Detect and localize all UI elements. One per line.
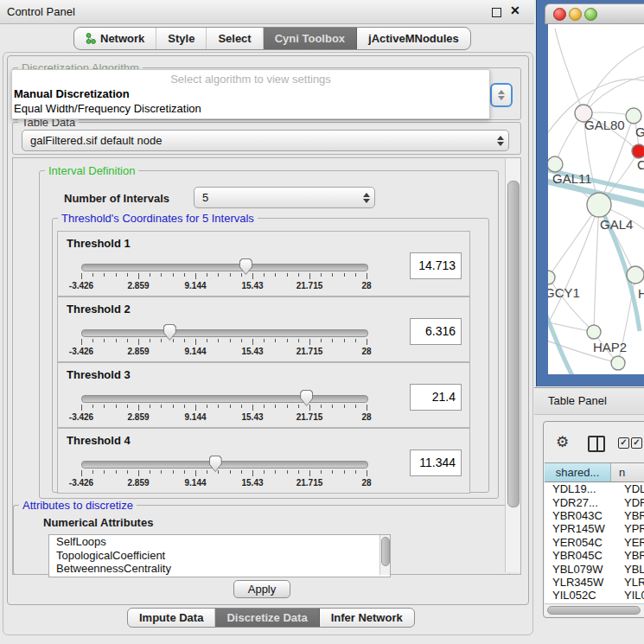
cell-shared-name[interactable]: YDR27...: [545, 496, 618, 509]
threshold-value-field[interactable]: 14.713: [410, 252, 462, 279]
slider-tick: [195, 470, 196, 476]
threshold-slider[interactable]: -3.4262.8599.14415.4321.71528: [81, 324, 367, 360]
table-row[interactable]: YBL079WYBL0: [545, 562, 644, 575]
viewport-scrollbar[interactable]: [505, 158, 520, 572]
table-row[interactable]: YBR045CYBR0: [545, 549, 644, 562]
zoom-traffic-light-icon[interactable]: [584, 8, 597, 21]
network-node-hap2[interactable]: [587, 325, 601, 339]
slider-tick: [116, 273, 117, 277]
threshold-slider[interactable]: -3.4262.8599.14415.4321.71528: [81, 456, 367, 492]
minimize-traffic-light-icon[interactable]: [569, 8, 582, 21]
slider-tick: [195, 405, 196, 411]
attribute-list-item[interactable]: SelfLoops: [49, 535, 390, 549]
threshold-slider[interactable]: -3.4262.8599.14415.4321.71528: [81, 390, 367, 426]
table-row[interactable]: YDL19...YDL1: [545, 482, 644, 495]
tab-impute-data[interactable]: Impute Data: [128, 609, 215, 627]
network-node-ga[interactable]: [626, 108, 641, 124]
attributes-listbox[interactable]: SelfLoopsTopologicalCoefficientBetweenne…: [48, 534, 391, 577]
cell-shared-name[interactable]: YDL19...: [545, 482, 618, 495]
network-graph: GAL80GACGAL11GAL4GCY1HHAP2: [548, 24, 644, 374]
slider-track[interactable]: [81, 395, 368, 403]
attributes-scrollbar[interactable]: [379, 535, 390, 575]
cell-shared-name[interactable]: YIL052C: [545, 589, 618, 602]
network-node-gcy1[interactable]: [548, 271, 555, 284]
table-row[interactable]: YER054CYER0: [545, 536, 644, 549]
viewport-scrollbar-thumb[interactable]: [507, 181, 520, 507]
cell-name[interactable]: YIL0: [618, 589, 644, 602]
cell-shared-name[interactable]: YBR043C: [545, 509, 618, 522]
select-column-checkbox-icon[interactable]: ✓: [631, 437, 642, 449]
cell-name[interactable]: YDR2: [618, 496, 644, 509]
cell-shared-name[interactable]: YPR145W: [545, 522, 618, 535]
network-node[interactable]: [611, 356, 625, 370]
num-intervals-combobox[interactable]: 5: [194, 187, 375, 208]
slider-tick-label: 15.43: [228, 347, 277, 356]
network-node-gal4[interactable]: [587, 193, 611, 217]
tab-cyni-toolbox[interactable]: Cyni Toolbox: [264, 28, 357, 49]
table-row[interactable]: YPR145WYPR1: [545, 522, 644, 535]
network-node-c[interactable]: [632, 144, 644, 158]
tab-discretize-data[interactable]: Discretize Data: [215, 609, 319, 627]
algorithm-combo-stepper[interactable]: [490, 83, 513, 107]
slider-thumb[interactable]: [239, 258, 252, 275]
close-icon[interactable]: ✕: [510, 3, 520, 17]
cell-name[interactable]: YDL1: [618, 482, 644, 495]
slider-thumb[interactable]: [163, 324, 176, 341]
slider-track[interactable]: [81, 264, 368, 271]
cell-shared-name[interactable]: YBL079W: [545, 563, 618, 576]
table-row[interactable]: YBR043CYBR0: [545, 509, 644, 522]
attribute-list-item[interactable]: TopologicalCoefficient: [49, 549, 390, 563]
cell-shared-name[interactable]: YER054C: [545, 536, 618, 549]
tab-jactivemnodules[interactable]: jActiveMNodules: [357, 28, 470, 49]
tab-network[interactable]: Network: [74, 28, 156, 49]
attributes-scrollbar-thumb[interactable]: [381, 537, 390, 566]
stepper-icon[interactable]: [493, 131, 508, 150]
network-nodes[interactable]: [548, 105, 644, 370]
slider-tick: [230, 273, 231, 277]
float-window-icon[interactable]: [492, 8, 501, 17]
column-header-name[interactable]: n: [611, 463, 644, 481]
table-row[interactable]: YDR27...YDR2: [545, 495, 644, 508]
table-settings-gear-icon[interactable]: ⚙: [556, 435, 569, 450]
tab-style[interactable]: Style: [156, 28, 207, 49]
slider-tick: [344, 339, 345, 342]
split-columns-icon[interactable]: [588, 436, 605, 452]
algorithm-option[interactable]: Manual Discretization: [14, 87, 130, 100]
network-canvas[interactable]: GAL80GACGAL11GAL4GCY1HHAP2: [548, 24, 644, 374]
network-node-h[interactable]: [627, 266, 644, 284]
tab-select[interactable]: Select: [207, 28, 263, 49]
cell-shared-name[interactable]: YBR045C: [545, 549, 618, 562]
algorithm-option[interactable]: Equal Width/Frequency Discretization: [14, 102, 201, 115]
tab-infer-network[interactable]: Infer Network: [320, 609, 414, 627]
cell-name[interactable]: YBR0: [618, 509, 644, 522]
slider-thumb[interactable]: [300, 390, 313, 406]
slider-track[interactable]: [81, 329, 368, 337]
threshold-value-field[interactable]: 21.4: [410, 384, 462, 411]
threshold-value-field[interactable]: 6.316: [410, 318, 462, 345]
apply-button[interactable]: Apply: [233, 580, 290, 598]
column-header-shared-name[interactable]: shared...: [545, 463, 611, 481]
cell-name[interactable]: YER0: [618, 536, 644, 549]
network-window-titlebar[interactable]: [545, 3, 644, 24]
table-data-combobox[interactable]: galFiltered.sif default node: [22, 130, 509, 151]
table-hscrollbar[interactable]: [545, 603, 644, 615]
cell-name[interactable]: YPR1: [618, 522, 644, 535]
select-all-checkbox-icon[interactable]: ✓: [618, 437, 629, 449]
slider-tick: [298, 470, 299, 474]
slider-thumb[interactable]: [209, 456, 222, 472]
attribute-list-item[interactable]: BetweennessCentrality: [49, 562, 390, 576]
cell-name[interactable]: YBR0: [618, 549, 644, 562]
network-node-gal11[interactable]: [548, 156, 563, 172]
close-traffic-light-icon[interactable]: [553, 8, 566, 21]
threshold-value-field[interactable]: 11.344: [410, 450, 462, 476]
cell-shared-name[interactable]: YLR345W: [545, 576, 618, 589]
table-hscrollbar-thumb[interactable]: [547, 606, 641, 615]
slider-tick: [230, 339, 231, 342]
table-row[interactable]: YLR345WYLR3: [545, 576, 644, 589]
table-row[interactable]: YIL052CYIL0: [545, 589, 644, 602]
cell-name[interactable]: YBL0: [618, 563, 644, 576]
slider-track[interactable]: [81, 461, 368, 469]
stepper-icon[interactable]: [359, 188, 374, 207]
cell-name[interactable]: YLR3: [618, 576, 644, 589]
threshold-slider[interactable]: -3.4262.8599.14415.4321.71528: [81, 258, 367, 295]
